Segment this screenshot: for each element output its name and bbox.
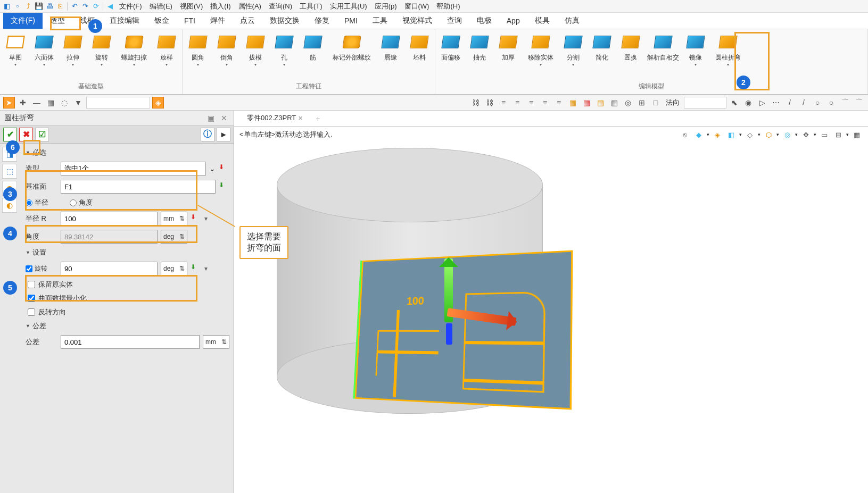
link-icon[interactable]: ⛓ (470, 97, 482, 108)
back-icon[interactable]: ◀ (105, 2, 115, 11)
rotate-check[interactable]: 旋转 (26, 264, 57, 273)
cmd-thicken[interactable]: 加厚 (496, 31, 520, 61)
tab-visual[interactable]: 视觉样式 (395, 13, 440, 29)
cmd-revolve[interactable]: 旋转▾ (89, 31, 114, 67)
cmd-faceoffset[interactable]: 面偏移 (439, 31, 463, 61)
circ2-icon[interactable]: ○ (825, 97, 837, 108)
tab-electrode[interactable]: 电极 (469, 13, 499, 29)
menu-util[interactable]: 实用工具(U) (327, 2, 370, 11)
dots-icon[interactable]: ⋯ (770, 97, 782, 108)
tab-sim[interactable]: 仿真 (557, 13, 587, 29)
radius-clear-icon[interactable]: ⬇ (191, 213, 201, 224)
panel-pin-icon[interactable]: ▣ (205, 114, 217, 122)
cmd-thread[interactable]: 标记外部螺纹 (329, 31, 374, 61)
menu-edit[interactable]: 编辑(E) (146, 2, 176, 11)
align5-icon[interactable]: ≡ (553, 97, 565, 108)
menu-tool[interactable]: 工具(T) (296, 2, 326, 11)
info-button[interactable]: ⓘ (201, 128, 214, 141)
v-wire-icon[interactable]: ◇ (744, 129, 756, 140)
align4-icon[interactable]: ≡ (539, 97, 551, 108)
tab-query[interactable]: 查询 (440, 13, 469, 29)
pointer-icon[interactable]: ➤ (3, 97, 15, 108)
section-required[interactable]: 必选 (21, 146, 234, 160)
print-icon[interactable]: 🖶 (45, 2, 54, 11)
radius-unit[interactable]: mm⇅ (161, 212, 187, 225)
arc2-icon[interactable]: ⌒ (853, 97, 865, 108)
color2-icon[interactable]: ▦ (581, 97, 592, 108)
menu-app[interactable]: 应用(p) (371, 2, 400, 11)
menu-file[interactable]: 文件(F) (116, 2, 145, 11)
v-exit-icon[interactable]: ⎋ (679, 129, 691, 140)
menu-attr[interactable]: 属性(A) (235, 2, 264, 11)
tab-pmi[interactable]: PMI (337, 13, 365, 28)
radius-input[interactable] (61, 212, 158, 225)
menu-insert[interactable]: 插入(I) (207, 2, 234, 11)
target-icon[interactable]: ◎ (622, 97, 634, 108)
align3-icon[interactable]: ≡ (525, 97, 537, 108)
v-screen-icon[interactable]: ▭ (819, 129, 830, 140)
save-icon[interactable]: 💾 (34, 2, 44, 11)
viewport-3d[interactable]: 100 (234, 143, 868, 493)
v-target-icon[interactable]: ◎ (781, 129, 793, 140)
menu-query[interactable]: 查询(N) (266, 2, 295, 11)
play-icon[interactable]: ▷ (756, 97, 768, 108)
tab-sheetmetal[interactable]: 钣金 (147, 13, 177, 29)
v-cube-icon[interactable]: ◧ (725, 129, 737, 140)
section-settings[interactable]: 设置 (21, 246, 234, 260)
shape-clear-icon[interactable]: ⬇ (219, 163, 229, 174)
color1-icon[interactable]: ▦ (567, 97, 578, 108)
datum-clear-icon[interactable]: ⬇ (219, 181, 229, 192)
tab-exchange[interactable]: 数据交换 (262, 13, 307, 29)
filter-select[interactable] (86, 97, 150, 108)
tab-repair[interactable]: 修复 (307, 13, 337, 29)
minus-icon[interactable]: — (31, 97, 43, 108)
color4-icon[interactable]: ▦ (608, 97, 620, 108)
rotate-unit[interactable]: deg⇅ (161, 262, 187, 275)
rotate-clear-icon[interactable]: ⬇ (191, 263, 201, 274)
st-wire-icon[interactable]: ⬚ (2, 164, 17, 179)
cmd-extrude[interactable]: 拉伸▾ (61, 31, 85, 67)
cmd-draft[interactable]: 拔模▾ (243, 31, 268, 67)
orbit-icon[interactable]: ◉ (742, 97, 754, 108)
grid-icon[interactable]: ▦ (45, 97, 56, 108)
tab-file[interactable]: 文件(F) (3, 13, 43, 29)
section-tolerance[interactable]: 公差 (21, 319, 234, 333)
cmd-replace[interactable]: 置换 (618, 31, 643, 61)
tab-mold[interactable]: 模具 (527, 13, 557, 29)
v-move-icon[interactable]: ✥ (800, 129, 812, 140)
rotate-input[interactable] (61, 262, 158, 275)
undo-icon[interactable]: ↶ (70, 2, 79, 11)
v-ruler-icon[interactable]: ⊟ (832, 129, 844, 140)
cmd-lip[interactable]: 唇缘 (378, 31, 403, 61)
v-box-icon[interactable]: ◈ (712, 129, 723, 140)
align-icon[interactable]: ≡ (498, 97, 509, 108)
circle-icon[interactable]: ◌ (59, 97, 70, 108)
cmd-sketch[interactable]: 草图▾ (3, 31, 28, 67)
v-hex-icon[interactable]: ⬡ (763, 129, 774, 140)
line2-icon[interactable]: / (798, 97, 809, 108)
tol-input[interactable] (61, 335, 200, 349)
v-grid-icon[interactable]: ▦ (851, 129, 863, 140)
radius-dd-icon[interactable]: ▾ (204, 215, 208, 222)
cmd-shell[interactable]: 抽壳 (467, 31, 492, 61)
expand-button[interactable]: ▸ (217, 128, 230, 141)
cmd-remove[interactable]: 移除实体▾ (525, 31, 557, 67)
arc-icon[interactable]: ⌒ (839, 97, 851, 108)
cmd-selfint[interactable]: 解析自相交 (647, 31, 679, 61)
tab-tools[interactable]: 工具 (365, 13, 395, 29)
tol-unit[interactable]: mm⇅ (203, 335, 229, 349)
cmd-mirror[interactable]: 镜像▾ (683, 31, 708, 67)
cmd-rib[interactable]: 筋 (301, 31, 325, 61)
panel-close-icon[interactable]: ✕ (219, 114, 229, 122)
color3-icon[interactable]: ▦ (594, 97, 606, 108)
cmd-hex[interactable]: 六面体▾ (32, 31, 56, 67)
normal-select[interactable] (684, 97, 726, 108)
tab-fti[interactable]: FTI (177, 13, 203, 28)
refresh-icon[interactable]: ⟳ (91, 2, 101, 11)
tab-weld[interactable]: 焊件 (203, 13, 233, 29)
tab-pointcloud[interactable]: 点云 (233, 13, 262, 29)
misc-icon[interactable]: ⊞ (636, 97, 648, 108)
tab-directedit[interactable]: 直接编辑 (102, 13, 147, 29)
cube-icon[interactable]: ◈ (152, 97, 164, 108)
box-icon[interactable]: □ (650, 97, 662, 108)
